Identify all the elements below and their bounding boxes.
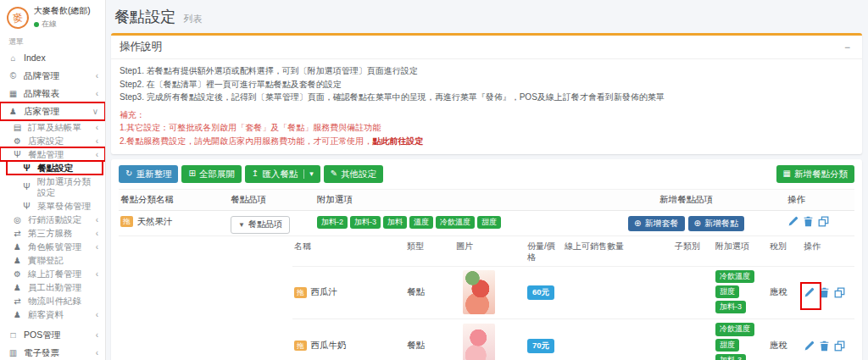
other-settings-button[interactable]: ✎ 其他設定	[324, 165, 383, 183]
sidebar-item-label: 店家設定	[28, 136, 64, 147]
sidebar-item-marketing-campaign-settings[interactable]: ◎ 行銷活動設定 ‹	[0, 213, 105, 226]
copyright-icon: ©	[7, 70, 19, 81]
sidebar-item-contact-registration[interactable]: ♟ 實聯登記	[0, 253, 105, 267]
sidebar-item-meal-management[interactable]: Ψ 餐點管理 ‹	[0, 147, 105, 161]
edit-category-icon[interactable]	[787, 216, 798, 227]
sidebar-item-brand-management[interactable]: © 品牌管理 ‹	[0, 67, 105, 85]
sidebar-item-menu-publish-management[interactable]: Ψ 菜單發佈管理	[0, 199, 105, 213]
sidebar-item-label: Index	[24, 53, 46, 64]
col-meal-items: 餐點品項	[229, 190, 315, 210]
chevron-icon: ‹	[96, 347, 98, 358]
note-line-2: 2.餐點服務費設定，請先開啟店家內用服務費功能，才可正常使用，點此前往設定	[120, 135, 854, 148]
price-badge: 70元	[527, 339, 554, 353]
meal-name: 西瓜汁	[311, 286, 338, 298]
addon-tag: 甜度	[477, 216, 501, 229]
sidebar-item-label: 品牌報表	[24, 88, 59, 99]
addon-tag: 甜度	[715, 339, 739, 352]
addon-tag: 加料-2	[317, 216, 348, 229]
utensils-icon: Ψ	[11, 149, 24, 160]
sidebar-item-logistics-dispatch-records[interactable]: ⇄ 物流叫件紀錄	[0, 294, 105, 307]
drag-handle[interactable]: 拖	[294, 341, 307, 351]
dropdown-caret-icon[interactable]: ▾	[303, 169, 314, 179]
plus-circle-icon: ⊕	[634, 219, 641, 229]
goto-service-fee-settings-link[interactable]: 點此前往設定	[372, 136, 423, 146]
sidebar-item-meal-settings[interactable]: Ψ 餐點設定	[7, 161, 103, 174]
sidebar-item-employee-attendance-management[interactable]: ♟ 員工出勤管理	[0, 280, 105, 294]
instruction-step-1: Step1. 若餐點有提供額外選項或配料選擇，可到〔附加選項管理〕頁面進行設定	[120, 64, 854, 78]
category-name: 天然果汁	[137, 216, 173, 228]
sidebar-item-addon-option-category-settings[interactable]: Ψ 附加選項分類設定	[0, 174, 105, 199]
meal-type: 餐點	[405, 286, 454, 298]
col-add-meal-item: 新增餐點品項	[587, 190, 786, 210]
col-online-qty: 線上可銷售數量	[563, 236, 673, 267]
sidebar-item-third-party-services[interactable]: ⇄ 第三方服務 ‹	[0, 226, 105, 240]
delete-category-icon[interactable]	[803, 216, 814, 227]
chevron-icon: ‹	[96, 122, 98, 133]
drag-handle[interactable]: 拖	[120, 216, 133, 226]
sidebar-item-brand-reports[interactable]: ▦ 品牌報表 ‹	[0, 85, 105, 102]
copy-category-icon[interactable]	[818, 216, 829, 227]
sidebar-item-orders-and-billing[interactable]: ▤ 訂單及結帳單 ‹	[0, 120, 105, 134]
store-icon: ♟	[7, 106, 19, 117]
addon-tag: 冷飲溫度	[715, 270, 754, 283]
collapse-card-button[interactable]: −	[841, 42, 854, 53]
gear-icon: ⚙	[11, 136, 24, 147]
instructions-title: 操作說明	[120, 40, 162, 54]
sidebar-item-store-settings[interactable]: ⚙ 店家設定 ‹	[0, 134, 105, 147]
toolbar: ↻ 重新整理 ⊞ 全部展開 ↥ 匯入餐點 ▾ ✎ 其他設定 ▦	[119, 165, 854, 183]
sidebar-item-store-management[interactable]: ♟ 店家管理 ∨	[0, 102, 105, 120]
meal-row: 拖 西瓜汁 餐點 60元 冷飲溫度甜度加料-3 應稅	[292, 267, 854, 320]
sidebar-item-label: 員工出勤管理	[28, 282, 81, 293]
copy-meal-icon[interactable]	[834, 287, 845, 298]
chevron-icon: ‹	[96, 228, 98, 239]
drag-handle[interactable]: 拖	[294, 287, 307, 297]
gear-icon: ⚙	[11, 269, 24, 280]
page-subtitle: 列表	[183, 14, 202, 24]
sidebar-item-label: 菜單發佈管理	[37, 201, 91, 212]
addon-tag: 冷飲溫度	[715, 323, 754, 335]
dashboard-icon: ⌂	[7, 53, 19, 64]
app-window: 麥 大麥餐飲(總部) 在線 選單 ⌂ Index © 品牌管理 ‹ ▦ 品牌報表…	[0, 0, 868, 360]
target-icon: ◎	[11, 214, 24, 225]
meal-items-dropdown[interactable]: ▼ 餐點品項	[231, 216, 290, 234]
sidebar-item-label: 顧客資料	[28, 309, 64, 320]
import-meals-button[interactable]: ↥ 匯入餐點 ▾	[245, 165, 320, 183]
edit-meal-icon[interactable]	[804, 341, 815, 352]
brand-logo-icon: 麥	[5, 4, 31, 30]
refresh-button[interactable]: ↻ 重新整理	[119, 165, 178, 183]
add-combo-button[interactable]: ⊕ 新增套餐	[628, 216, 684, 231]
users-icon: ♟	[11, 241, 24, 252]
price-badge: 60元	[527, 285, 554, 300]
sidebar-item-e-invoice[interactable]: ▥ 電子發票 ‹	[0, 344, 105, 360]
meal-addon-tags: 冷飲溫度甜度加料-3	[714, 323, 768, 360]
meal-row: 拖 西瓜牛奶 餐點 70元 冷飲溫度甜度加料-3 應稅	[292, 319, 854, 360]
sidebar-item-role-account-management[interactable]: ♟ 角色帳號管理 ‹	[0, 240, 105, 253]
edit-meal-icon[interactable]	[804, 287, 815, 298]
copy-meal-icon[interactable]	[834, 341, 845, 352]
addon-tag: 加料	[383, 216, 407, 229]
add-category-button[interactable]: ▦ 新增餐點分類	[776, 165, 854, 183]
sidebar-item-label: 品牌管理	[24, 70, 59, 81]
delete-meal-icon[interactable]	[819, 341, 830, 352]
col-tax-type: 稅別	[768, 236, 802, 267]
sidebar-item-pos-management[interactable]: □ POS管理 ‹	[0, 326, 105, 344]
meal-list-card: ↻ 重新整理 ⊞ 全部展開 ↥ 匯入餐點 ▾ ✎ 其他設定 ▦	[111, 159, 862, 360]
sidebar-item-label: 電子發票	[24, 347, 59, 358]
orders-icon: ▤	[11, 122, 24, 133]
sidebar-item-label: 物流叫件紀錄	[28, 296, 81, 307]
tax-type: 應稅	[768, 286, 802, 298]
expand-all-button[interactable]: ⊞ 全部展開	[181, 165, 241, 183]
instruction-step-2: Step2. 在〔餐點清單〕裡一頁可進行單點餐點及套餐的設定	[120, 78, 854, 91]
users-icon: ♟	[11, 309, 24, 320]
col-type: 類型	[405, 236, 454, 267]
sidebar-item-label: 第三方服務	[28, 228, 73, 239]
sidebar-item-online-ordering-management[interactable]: ⚙ 線上訂餐管理 ‹	[0, 267, 105, 280]
page-title: 餐點設定	[114, 8, 175, 25]
sidebar-item-index[interactable]: ⌂ Index	[0, 49, 105, 67]
chevron-icon: ‹	[96, 136, 98, 147]
add-meal-button[interactable]: ⊕ 新增餐點	[688, 216, 744, 231]
delete-meal-icon[interactable]	[819, 287, 830, 298]
chevron-icon: ‹	[96, 88, 98, 99]
sidebar-item-customer-data[interactable]: ♟ 顧客資料 ‹	[0, 307, 105, 321]
utensils-icon: Ψ	[20, 201, 33, 212]
